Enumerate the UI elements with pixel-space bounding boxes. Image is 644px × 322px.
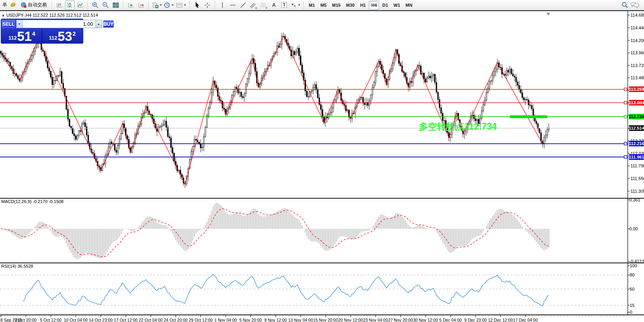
candlestick-chart-button[interactable]	[65, 0, 75, 10]
svg-text:15: 15	[630, 303, 634, 308]
svg-text:23 Nov 04:00: 23 Nov 04:00	[363, 318, 388, 322]
vertical-line-icon	[220, 2, 225, 8]
arrows-button[interactable]: ▼	[290, 0, 301, 10]
tile-windows-button[interactable]	[111, 0, 121, 10]
cursor-arrow-icon	[194, 2, 200, 8]
svg-text:24 Oct 20:00: 24 Oct 20:00	[164, 318, 188, 322]
buy-price-big: 53	[58, 31, 72, 42]
timeframe-button-d1[interactable]: D1	[380, 1, 390, 10]
svg-text:111.790: 111.790	[631, 163, 644, 168]
fibonacci-button[interactable]: F	[259, 0, 268, 10]
timeframe-button-h4[interactable]: H4	[369, 1, 379, 10]
periods-button[interactable]: ▼	[163, 0, 174, 10]
chart-canvas[interactable]: 114.685114.440114.200113.960113.720113.4…	[0, 11, 644, 322]
chart-shift-icon	[138, 2, 145, 8]
auto-trading-label: 自动交易	[28, 2, 47, 8]
chart-shift-marker-icon[interactable]	[546, 13, 550, 15]
tile-windows-icon	[112, 2, 119, 8]
buy-button[interactable]: BUY	[103, 20, 114, 28]
timeframe-button-m1[interactable]: M1	[307, 1, 317, 10]
timeframe-button-m5[interactable]: M5	[318, 1, 329, 10]
new-order-button[interactable]: 单	[2, 2, 7, 8]
cursor-button[interactable]	[192, 0, 202, 10]
dropdown-caret-icon: ▼	[298, 4, 301, 6]
history-center-icon[interactable]	[8, 0, 18, 10]
line-chart-button[interactable]	[75, 0, 85, 10]
auto-scroll-icon	[127, 2, 134, 8]
svg-text:113.960: 113.960	[631, 50, 644, 55]
svg-text:100: 100	[630, 263, 637, 268]
indicators-icon	[152, 2, 159, 8]
text-label-button[interactable]: T	[280, 0, 289, 10]
zoom-out-button[interactable]	[101, 0, 110, 10]
bar-chart-button[interactable]	[55, 0, 64, 10]
svg-text:27 Nov 20:00: 27 Nov 20:00	[388, 318, 413, 322]
auto-scroll-button[interactable]	[126, 0, 136, 10]
timeframe-button-h1[interactable]: H1	[358, 1, 368, 10]
text-button[interactable]: A	[269, 0, 279, 10]
timeframe-button-w1[interactable]: W1	[391, 1, 402, 10]
sell-price[interactable]: 112 51 4	[2, 29, 42, 43]
chart-shift-button[interactable]	[136, 0, 146, 10]
volume-stepper: ▼ ▲	[16, 20, 102, 28]
chart-window: 114.685114.440114.200113.960113.720113.4…	[0, 10, 644, 322]
dropdown-caret-icon: ▼	[171, 4, 174, 6]
svg-text:113.480: 113.480	[631, 75, 644, 80]
templates-button[interactable]: ▼	[175, 0, 187, 10]
timeframe-button-m15[interactable]: M15	[330, 1, 343, 10]
channel-button[interactable]: E	[249, 0, 258, 10]
svg-text:0: 0	[630, 310, 632, 314]
chat-button[interactable]	[630, 0, 640, 10]
fibonacci-sub-letter: F	[266, 7, 267, 10]
trendline-icon	[240, 2, 246, 8]
one-click-trading-panel: SELL ▼ ▲ BUY 112 51 4 112 53 2	[1, 19, 83, 44]
text-label-icon: T	[281, 2, 287, 8]
indicators-button[interactable]: ▼	[151, 0, 163, 10]
toolbar-group-trade: 单 自动交易	[2, 0, 50, 10]
pivot-annotation-text: 多空转折点112.734	[419, 121, 497, 133]
chat-bubbles-icon	[631, 2, 639, 8]
svg-text:17 Dec 04:00: 17 Dec 04:00	[513, 318, 538, 322]
buy-price-pip: 2	[73, 31, 76, 37]
toolbar-group-cursor	[192, 0, 213, 10]
svg-text:111.550: 111.550	[631, 176, 644, 181]
horizontal-line-icon	[230, 2, 236, 8]
search-button[interactable]	[620, 0, 629, 10]
buy-price[interactable]: 112 53 2	[42, 29, 82, 43]
toolbar-separator	[303, 1, 304, 9]
sell-price-base: 112	[8, 35, 17, 41]
svg-text:20 Nov 12:00: 20 Nov 12:00	[338, 318, 363, 322]
sell-button[interactable]: SELL	[2, 20, 15, 28]
toolbar-group-objects: ▼ ▼ ▼	[151, 0, 187, 10]
svg-text:114.200: 114.200	[631, 38, 644, 43]
vertical-line-button[interactable]	[218, 0, 227, 10]
volume-input[interactable]	[23, 20, 96, 28]
buy-price-base: 112	[49, 35, 57, 41]
toolbar-separator	[148, 1, 149, 9]
timeframe-button-m30[interactable]: M30	[344, 1, 357, 10]
svg-text:5 Dec 04:00: 5 Dec 04:00	[439, 318, 462, 322]
price-line-label: 112.514	[629, 125, 644, 131]
crosshair-icon	[204, 2, 211, 8]
volume-increase-button[interactable]: ▲	[96, 20, 102, 28]
trade-panel-prices: 112 51 4 112 53 2	[2, 29, 82, 43]
zoom-in-button[interactable]	[90, 0, 100, 10]
toolbar-group-scroll	[126, 0, 146, 10]
toolbar-group-zoom	[90, 0, 121, 10]
crosshair-button[interactable]	[203, 0, 212, 10]
toolbar-group-drawing: E F A T ▼	[217, 0, 301, 10]
volume-decrease-button[interactable]: ▼	[16, 20, 23, 28]
timeframe-button-mn[interactable]: MN	[403, 1, 415, 10]
svg-text:111.305: 111.305	[631, 189, 644, 194]
collapse-marker-icon[interactable]: ▲	[2, 13, 5, 17]
trade-panel-top-row: SELL ▼ ▲ BUY	[2, 20, 82, 28]
svg-text:2 Oct 20:00: 2 Oct 20:00	[15, 318, 36, 322]
auto-trading-button[interactable]: 自动交易	[19, 0, 49, 10]
svg-text:5 Oct 12:00: 5 Oct 12:00	[40, 318, 61, 322]
trendline-button[interactable]	[238, 0, 248, 10]
gold-stack-icon	[10, 2, 17, 8]
horizontal-line-button[interactable]	[228, 0, 238, 10]
rsi-indicator-label: RSI(14) 36.5528	[1, 264, 33, 268]
svg-text:17 Oct 12:00: 17 Oct 12:00	[114, 318, 138, 322]
arrow-objects-icon	[290, 2, 297, 8]
